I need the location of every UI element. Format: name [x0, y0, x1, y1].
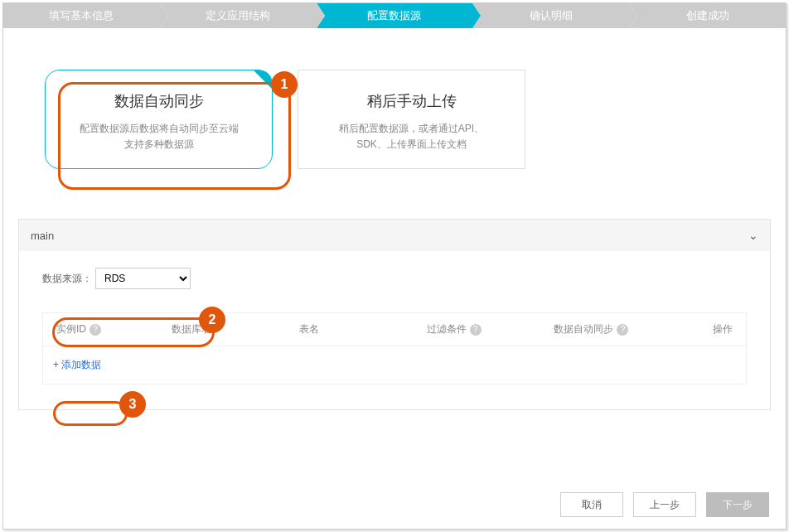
next-step-button: 下一步	[706, 492, 769, 517]
card-later-desc: 稍后配置数据源，或者通过API、 SDK、上传界面上传文档	[313, 121, 510, 152]
step-confirm[interactable]: 确认明细	[472, 3, 629, 28]
help-icon[interactable]: ?	[470, 324, 482, 336]
col-auto-sync: 数据自动同步 ?	[554, 322, 681, 336]
data-source-label: 数据来源：	[42, 272, 92, 286]
chevron-down-icon: ⌄	[748, 229, 758, 242]
selected-corner-icon	[254, 70, 272, 89]
prev-step-button[interactable]: 上一步	[633, 492, 696, 517]
add-data-button[interactable]: + 添加数据	[53, 359, 101, 370]
step-success[interactable]: 创建成功	[629, 3, 786, 28]
col-filter: 过滤条件 ?	[427, 322, 554, 336]
col-db-name: 数据库名	[172, 322, 299, 336]
card-upload-later[interactable]: 稍后手动上传 稍后配置数据源，或者通过API、 SDK、上传界面上传文档	[298, 70, 525, 169]
card-later-title: 稍后手动上传	[313, 91, 510, 111]
section-header[interactable]: main ⌄	[19, 220, 770, 251]
help-icon[interactable]: ?	[90, 324, 101, 336]
data-source-select[interactable]: RDS	[95, 268, 191, 289]
col-instance-id: 实例ID ?	[56, 322, 172, 336]
step-structure[interactable]: 定义应用结构	[160, 3, 317, 28]
cancel-button[interactable]: 取消	[560, 492, 623, 517]
step-basic-info[interactable]: 填写基本信息	[3, 3, 160, 28]
table-section: main ⌄ 数据来源： RDS 实例ID ? 数据库名 表名	[18, 219, 771, 410]
card-auto-title: 数据自动同步	[61, 91, 257, 111]
step-nav: 填写基本信息 定义应用结构 配置数据源 确认明细 创建成功	[3, 3, 786, 28]
data-table: 实例ID ? 数据库名 表名 过滤条件 ? 数据自动同步 ? 操作	[42, 312, 747, 384]
card-auto-desc: 配置数据源后数据将自动同步至云端 支持多种数据源	[61, 121, 257, 152]
col-operation: 操作	[681, 322, 733, 336]
section-title: main	[31, 230, 54, 242]
card-auto-sync[interactable]: 数据自动同步 配置数据源后数据将自动同步至云端 支持多种数据源	[45, 70, 273, 169]
help-icon[interactable]: ?	[617, 324, 628, 336]
step-datasource[interactable]: 配置数据源	[317, 3, 473, 28]
col-table-name: 表名	[299, 322, 427, 336]
